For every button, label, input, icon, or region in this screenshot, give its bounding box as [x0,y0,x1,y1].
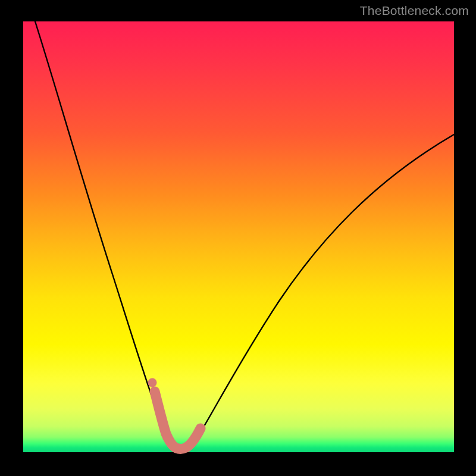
chart-frame: TheBottleneck.com [0,0,476,476]
highlight-segment [155,392,201,449]
chart-svg [23,21,454,452]
highlight-dot [148,378,157,387]
plot-area [23,21,454,452]
bottleneck-curve [35,21,454,449]
watermark-text: TheBottleneck.com [360,4,469,18]
